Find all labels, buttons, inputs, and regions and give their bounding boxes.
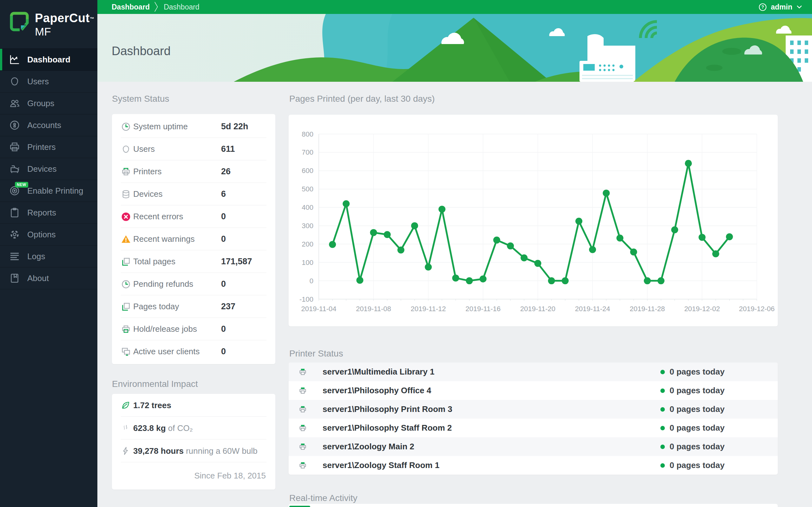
co2-smoke-icon [121,424,131,433]
printer-name[interactable]: server1\Zoology Staff Room 1 [322,460,439,470]
sidebar-item-users[interactable]: Users [0,71,97,93]
hold-release-printer-icon [121,324,131,334]
brand-product: MF [35,26,94,38]
printer-status-text: 0 pages today [670,460,724,470]
status-row-pending-refunds: Pending refunds0 [112,273,275,295]
status-label: Pending refunds [133,279,193,289]
sidebar-item-accounts[interactable]: Accounts [0,114,97,136]
sidebar-item-label: Groups [27,99,54,108]
svg-text:2019-11-28: 2019-11-28 [629,305,665,313]
printer-status-text: 0 pages today [670,367,724,377]
sidebar-item-label: Dashboard [27,55,70,65]
svg-text:800: 800 [302,130,313,138]
sidebar-item-groups[interactable]: Groups [0,93,97,114]
svg-text:2019-11-08: 2019-11-08 [356,305,391,313]
breadcrumb-chevron-icon [154,1,159,13]
brand-trademark: ™ [90,16,94,21]
pages-printed-chart-card: 8007006005004003002001000-1002019-11-042… [289,115,778,326]
bolt-icon [121,446,131,456]
printer-name[interactable]: server1\Zoology Main 2 [322,442,414,452]
sidebar-item-label: Devices [27,164,56,174]
breadcrumb-item-dashboard[interactable]: Dashboard [112,3,150,11]
status-label: Devices [133,189,162,199]
printer-name[interactable]: server1\Multimedia Library 1 [322,367,435,377]
svg-text:2019-12-02: 2019-12-02 [684,305,720,313]
status-dot-icon [660,445,665,449]
status-label: Printers [133,167,162,176]
printer-row-server1-philosophy-office-4[interactable]: server1\Philosophy Office 40 pages today [289,381,778,400]
status-dot-icon [660,389,665,393]
status-label: Recent errors [133,212,183,222]
environmental-row-623-8-kg: 623.8 kg of CO₂ [112,417,275,440]
sidebar-item-label: Logs [27,251,45,262]
status-dot-icon [660,370,665,374]
realtime-activity-card [289,504,778,507]
svg-text:200: 200 [302,240,313,248]
printer-icon [299,386,307,395]
accounts-icon [9,119,20,131]
printers-icon [9,141,20,153]
printer-row-server1-philosophy-print-room-3[interactable]: server1\Philosophy Print Room 30 pages t… [289,400,778,418]
sidebar: PaperCut™ MF DashboardUsersGroupsAccount… [0,0,97,507]
environmental-impact-card: 1.72 trees623.8 kg of CO₂39,278 hours ru… [112,394,275,490]
status-label: Recent warnings [133,234,195,244]
warning-triangle-icon [121,234,131,244]
svg-text:-100: -100 [299,295,313,303]
printer-status: 0 pages today [660,367,724,377]
sidebar-item-printers[interactable]: Printers [0,136,97,158]
status-value: 0 [221,324,226,334]
sidebar-item-enable-printing[interactable]: NEWEnable Printing [0,180,97,202]
breadcrumb-item-current[interactable]: Dashboard [164,3,200,11]
printer-status-title: Printer Status [289,349,343,359]
printer-row-server1-zoology-staff-room-1[interactable]: server1\Zoology Staff Room 10 pages toda… [289,456,778,475]
user-label[interactable]: admin [771,3,792,11]
printer-status: 0 pages today [660,423,724,433]
status-label: System uptime [133,122,188,131]
printer-icon [299,461,307,469]
status-row-users: Users611 [112,138,275,160]
printer-status: 0 pages today [660,404,724,414]
printer-status-card: server1\Multimedia Library 10 pages toda… [289,362,778,475]
sidebar-nav: DashboardUsersGroupsAccountsPrintersDevi… [0,49,97,289]
status-row-printers: Printers26 [112,160,275,183]
help-icon[interactable]: ? [758,3,767,11]
active-clients-icon [121,347,131,357]
environmental-impact-title: Environmental Impact [112,379,198,389]
user-menu[interactable]: ? admin [758,3,803,11]
sidebar-item-label: About [27,274,49,283]
realtime-activity-tab[interactable] [289,506,310,507]
sidebar-item-reports[interactable]: Reports [0,202,97,224]
sidebar-item-options[interactable]: Options [0,224,97,245]
printer-status-text: 0 pages today [670,442,724,452]
system-status-title: System Status [112,94,169,104]
status-dot-icon [660,463,665,468]
printer-row-server1-zoology-main-2[interactable]: server1\Zoology Main 20 pages today [289,437,778,456]
sidebar-item-devices[interactable]: Devices [0,158,97,180]
options-gear-icon [9,229,20,240]
status-label: Pages today [133,302,179,312]
pages-icon [121,302,131,312]
sidebar-item-logs[interactable]: Logs [0,245,97,268]
svg-text:2019-11-16: 2019-11-16 [465,305,501,313]
printer-name[interactable]: server1\Philosophy Staff Room 2 [322,423,452,433]
pending-clock-icon [121,279,131,289]
status-row-system-uptime: System uptime5d 22h [112,115,275,138]
breadcrumb: Dashboard Dashboard [112,1,200,13]
status-value: 237 [221,302,235,312]
printer-name[interactable]: server1\Philosophy Print Room 3 [322,404,452,414]
status-dot-icon [660,407,665,412]
svg-text:2019-11-20: 2019-11-20 [520,305,555,313]
status-value: 0 [221,347,226,356]
printer-row-server1-philosophy-staff-room-2[interactable]: server1\Philosophy Staff Room 20 pages t… [289,418,778,437]
sidebar-item-about[interactable]: About [0,268,97,289]
printer-icon [299,442,307,451]
sidebar-item-dashboard[interactable]: Dashboard [0,49,97,71]
printer-row-server1-multimedia-library-1[interactable]: server1\Multimedia Library 10 pages toda… [289,362,778,381]
svg-text:2019-11-04: 2019-11-04 [301,305,337,313]
environmental-text: 39,278 hours running a 60W bulb [133,446,258,456]
printer-name[interactable]: server1\Philosophy Office 4 [322,386,431,395]
sidebar-item-label: Users [27,77,49,87]
brand-logo[interactable]: PaperCut™ MF [9,11,94,38]
sidebar-item-label: Enable Printing [27,186,83,196]
status-label: Active user clients [133,347,200,356]
